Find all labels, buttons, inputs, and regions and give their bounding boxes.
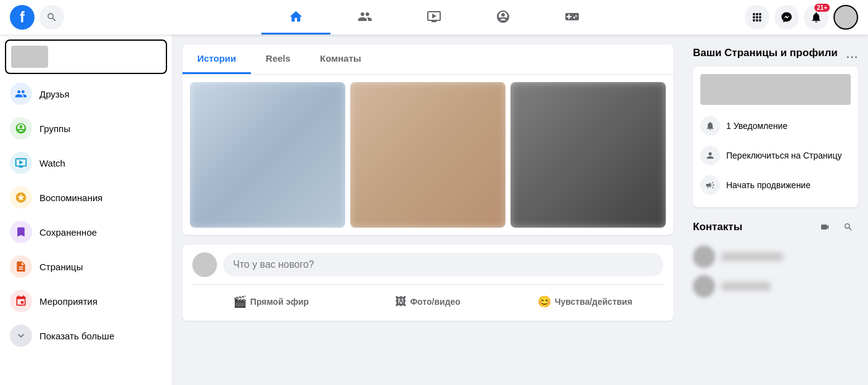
- sidebar-item-watch[interactable]: Watch: [5, 146, 167, 180]
- nav-gaming[interactable]: [538, 0, 607, 35]
- search-contacts-button[interactable]: [838, 217, 858, 237]
- sidebar-item-pages[interactable]: Страницы: [5, 249, 167, 284]
- nav-left: f: [10, 5, 170, 30]
- nav-groups[interactable]: [469, 0, 538, 35]
- left-sidebar: Друзья Группы Watch Воспоминания: [0, 35, 173, 385]
- gaming-icon: [565, 9, 579, 24]
- memories-icon-wrap: [10, 186, 32, 209]
- feeling-icon: 😊: [538, 295, 551, 308]
- post-input[interactable]: [223, 253, 663, 276]
- tab-stories[interactable]: Истории: [182, 44, 251, 74]
- facebook-logo[interactable]: f: [10, 5, 35, 30]
- sidebar-item-events[interactable]: Мероприятия: [5, 284, 167, 318]
- live-button[interactable]: 🎬 Прямой эфир: [192, 290, 350, 313]
- sidebar-item-friends[interactable]: Друзья: [5, 77, 167, 111]
- nav-center: [170, 0, 698, 35]
- notifications-button[interactable]: 21+: [804, 5, 829, 30]
- nav-watch[interactable]: [399, 0, 469, 35]
- search-button[interactable]: [39, 5, 64, 30]
- messenger-button[interactable]: [774, 5, 799, 30]
- pages-sidebar-icon: [15, 260, 27, 273]
- grid-icon: [751, 11, 763, 23]
- nav-right: 21+: [698, 5, 858, 30]
- sidebar-friends-label: Друзья: [39, 89, 70, 99]
- contacts-section: Контакты: [693, 217, 858, 301]
- pages-icon-wrap: [10, 255, 32, 278]
- switch-profile-row[interactable]: Переключиться на Страницу: [700, 141, 851, 170]
- feeling-label: Чувства/действия: [555, 297, 633, 307]
- sidebar-item-saved[interactable]: Сохраненное: [5, 215, 167, 249]
- photo-label: Фото/видео: [410, 297, 461, 307]
- right-sidebar: Ваши Страницы и профили ... 1 Уведомлени…: [683, 35, 868, 385]
- top-navigation: f: [0, 0, 868, 35]
- profile-avatar[interactable]: [833, 5, 858, 30]
- nav-friends[interactable]: [330, 0, 399, 35]
- sidebar-item-groups[interactable]: Группы: [5, 111, 167, 146]
- pages-section-title: Ваши Страницы и профили: [693, 47, 838, 59]
- main-layout: Друзья Группы Watch Воспоминания: [0, 35, 868, 385]
- search-icon: [46, 12, 57, 23]
- post-actions: 🎬 Прямой эфир 🖼 Фото/видео 😊 Чувства/дей…: [192, 290, 663, 313]
- groups-icon: [496, 9, 510, 24]
- contacts-header: Контакты: [693, 217, 858, 237]
- contact-name-1: [721, 252, 783, 261]
- story-item-2[interactable]: [350, 82, 506, 228]
- stories-tabs: Истории Reels Комнаты: [182, 44, 673, 75]
- promote-label: Начать продвижение: [726, 180, 811, 190]
- nav-home[interactable]: [261, 0, 330, 35]
- live-icon: 🎬: [233, 295, 247, 308]
- notification-badge: 21+: [814, 4, 830, 12]
- tab-reels[interactable]: Reels: [251, 44, 305, 74]
- notification-label: 1 Уведомление: [726, 121, 787, 131]
- tab-rooms[interactable]: Комнаты: [305, 44, 376, 74]
- groups-icon-wrap: [10, 117, 32, 139]
- contact-item-1[interactable]: [693, 242, 858, 271]
- events-icon-wrap: [10, 290, 32, 312]
- friends-icon-wrap: [10, 83, 32, 105]
- sidebar-item-show-more[interactable]: Показать больше: [5, 318, 167, 353]
- sidebar-profile-avatar: [11, 46, 48, 68]
- live-label: Прямой эфир: [250, 297, 309, 307]
- pages-more-button[interactable]: ...: [846, 44, 858, 62]
- sidebar-memories-label: Воспоминания: [39, 192, 102, 203]
- friends-sidebar-icon: [15, 88, 27, 100]
- stories-content: [182, 75, 673, 235]
- photo-icon: 🖼: [395, 296, 406, 308]
- notification-icon: [705, 121, 715, 131]
- home-icon: [289, 9, 303, 24]
- sidebar-events-label: Мероприятия: [39, 296, 97, 307]
- video-call-icon: [820, 222, 830, 232]
- post-composer: 🎬 Прямой эфир 🖼 Фото/видео 😊 Чувства/дей…: [182, 245, 673, 321]
- stories-card: Истории Reels Комнаты: [182, 44, 673, 235]
- saved-icon-wrap: [10, 221, 32, 243]
- page-thumbnail: [700, 74, 851, 105]
- pages-section-header: Ваши Страницы и профили ...: [693, 44, 858, 62]
- post-box-top: [192, 252, 663, 277]
- story-thumbnail-2: [350, 82, 506, 228]
- post-avatar: [192, 252, 217, 277]
- story-item-1[interactable]: [190, 82, 345, 228]
- story-item-3[interactable]: [510, 82, 666, 228]
- watch-icon-wrap: [10, 152, 32, 174]
- contact-item-2[interactable]: [693, 271, 858, 301]
- promote-row[interactable]: Начать продвижение: [700, 170, 851, 200]
- main-content: Истории Reels Комнаты: [173, 35, 683, 385]
- video-call-button[interactable]: [815, 217, 835, 237]
- sidebar-profile-link[interactable]: [5, 39, 167, 74]
- events-sidebar-icon: [15, 295, 27, 307]
- watch-sidebar-icon: [15, 157, 27, 169]
- bell-icon-wrap: [700, 116, 720, 136]
- switch-icon: [705, 151, 715, 160]
- chevron-icon-wrap: [10, 325, 32, 347]
- contact-name-2: [721, 282, 771, 291]
- sidebar-pages-label: Страницы: [39, 262, 83, 272]
- notification-row[interactable]: 1 Уведомление: [700, 111, 851, 141]
- sidebar-profile-name: [54, 52, 57, 62]
- sidebar-saved-label: Сохраненное: [39, 227, 97, 238]
- apps-button[interactable]: [745, 5, 769, 30]
- photo-button[interactable]: 🖼 Фото/видео: [350, 290, 507, 313]
- bell-icon: [810, 11, 822, 23]
- sidebar-item-memories[interactable]: Воспоминания: [5, 180, 167, 215]
- feeling-button[interactable]: 😊 Чувства/действия: [506, 290, 663, 313]
- promote-icon-wrap: [700, 175, 720, 195]
